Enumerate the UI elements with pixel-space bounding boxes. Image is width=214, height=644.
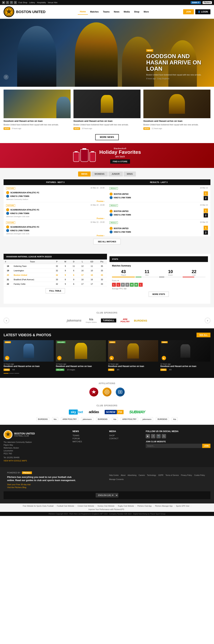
bank-btn[interactable]: BANK IT bbox=[191, 1, 201, 4]
team-boston: Boston United bbox=[12, 273, 53, 278]
footer-nav-news: NEWS TEAMS FORUM MATCHES bbox=[73, 430, 105, 462]
login-button[interactable]: 👤 LOGIN bbox=[195, 9, 211, 14]
footer-join-button[interactable]: JOIN bbox=[202, 444, 211, 448]
video-card-4[interactable]: VIDEO ▶ 12 hours ago Goodson and Hasani … bbox=[160, 340, 211, 371]
footer-cookie-link[interactable]: Cookie Policy bbox=[194, 474, 205, 476]
join-button[interactable]: JOIN bbox=[183, 9, 194, 14]
tab-mens[interactable]: MENS bbox=[78, 172, 91, 176]
video-category-4: VIDEO bbox=[160, 368, 167, 371]
pitchero-blog-link[interactable]: Visit the Pitchero Blog bbox=[7, 486, 105, 488]
bottom-link-9[interactable]: Improve Your Performance with PitcheroGP… bbox=[89, 508, 125, 510]
share-icon[interactable]: ⤴ bbox=[3, 74, 8, 80]
more-stats-button[interactable]: MORE STATS bbox=[149, 292, 169, 297]
result-teams-1: BOSTON UNITED KING'S LYNN TOWN bbox=[109, 192, 202, 200]
video-card-2[interactable]: GALLERY ⊞ 12 hours ago Goodson and Hasan… bbox=[56, 340, 106, 371]
play-btn-1[interactable]: ▶ bbox=[5, 356, 9, 360]
pitchero-trial-link[interactable]: Start your Free 30-day trial bbox=[7, 484, 105, 486]
footer-nav-shop[interactable]: SHOP bbox=[109, 434, 141, 436]
nav-home[interactable]: Home bbox=[78, 9, 88, 15]
footer-join-title: JOIN CLUB WEBSITE bbox=[146, 440, 211, 443]
footer-instagram-icon[interactable]: 📷 bbox=[156, 434, 161, 438]
bottom-link-8[interactable]: Sports GPS Vest bbox=[176, 505, 191, 507]
video-card-3[interactable]: VIDEO ▶ 12 hours ago Goodson and Hasani … bbox=[108, 340, 158, 371]
preview-link-3[interactable]: Preview › bbox=[97, 235, 105, 236]
bottom-link-7[interactable]: Pitchero Manager App bbox=[155, 505, 175, 507]
news-section: Goodson and Hasani arrive on loan Boston… bbox=[0, 87, 214, 143]
footer-facebook-icon[interactable]: f bbox=[151, 434, 155, 438]
fixture-teams-3: SCARBOROUGH ATHLETIC FC KING'S LYNN TOWN bbox=[6, 225, 105, 232]
play-btn-2[interactable]: ⊞ bbox=[57, 356, 62, 360]
more-news-button[interactable]: MORE NEWS bbox=[95, 134, 119, 140]
tab-junior[interactable]: JUNIOR bbox=[108, 172, 123, 176]
skybet-logo: skybet bbox=[69, 410, 83, 414]
bottom-link-1[interactable]: Free Website for Sports Clubs Football bbox=[23, 505, 55, 507]
video-category-2: GALLERY bbox=[56, 368, 64, 371]
bottom-link-5[interactable]: Rugby Club Website bbox=[118, 505, 136, 507]
sponsors-list: jakemans kia Drayton Motors TURNDULL ARM… bbox=[11, 317, 203, 324]
team-row-away-2: KING'S LYNN TOWN bbox=[6, 212, 105, 215]
footer-search-input[interactable] bbox=[146, 444, 202, 448]
venue-hire-link[interactable]: Venue Hire bbox=[48, 2, 57, 4]
stat-drawn-label: Drawn bbox=[159, 274, 182, 276]
preview-link-2[interactable]: Preview › bbox=[97, 218, 105, 220]
bottom-link-2[interactable]: Football Club Website bbox=[57, 505, 76, 507]
footer-nav-teams[interactable]: TEAMS bbox=[73, 434, 105, 436]
footer-address: The Jakemans Community Stadium Pilgrim W… bbox=[3, 441, 68, 455]
footer-advertising-link[interactable]: Advertising bbox=[128, 474, 136, 476]
nav-shop[interactable]: Shop bbox=[132, 9, 142, 14]
score-boxes-1: 1 2 bbox=[204, 191, 208, 200]
carousel-next-button[interactable]: › bbox=[205, 318, 211, 323]
footer-twitter-icon[interactable]: 𝕏 bbox=[162, 434, 166, 438]
news-card-1[interactable]: Goodson and Hasani arrive on loan Boston… bbox=[3, 90, 71, 131]
videos-see-all-button[interactable]: SEE ALL bbox=[197, 333, 211, 337]
bottom-link-6[interactable]: Pitchero Club App bbox=[137, 505, 154, 507]
footer-map-link[interactable]: VIEW WITH GOOGLE MAPS bbox=[3, 460, 68, 462]
see-all-matches-button[interactable]: SEE ALL MATCHES bbox=[93, 239, 121, 244]
nav-media[interactable]: Media bbox=[122, 9, 132, 14]
bottom-link-4[interactable]: Hockey Club Website bbox=[98, 505, 116, 507]
footer-gdpr-link[interactable]: GDPR bbox=[158, 474, 163, 476]
full-table-button[interactable]: FULL TABLE bbox=[45, 288, 65, 294]
video-card-1[interactable]: VIDEO ▶ 12 hours ago Goodson and Hasani … bbox=[3, 340, 54, 371]
footer-technology-link[interactable]: Technology bbox=[147, 474, 156, 476]
tab-womens[interactable]: WOMENS bbox=[91, 172, 107, 176]
youtube-icon[interactable]: ▶ bbox=[2, 1, 5, 4]
tab-minis[interactable]: MINIS bbox=[123, 172, 136, 176]
nav-matches[interactable]: Matches bbox=[88, 9, 101, 14]
find-store-button[interactable]: FIND A STORE bbox=[110, 159, 130, 164]
footer-privacy-link[interactable]: Privacy Policy bbox=[181, 474, 192, 476]
instagram-icon[interactable]: 📷 bbox=[10, 1, 13, 4]
club-shop-link[interactable]: Club Shop bbox=[18, 2, 27, 4]
footer-careers-link[interactable]: Careers bbox=[139, 474, 145, 476]
language-select[interactable]: ENGLISH (UK) ▼ bbox=[96, 493, 118, 497]
hero-meta: 8 hours ago · Craig Singleton bbox=[146, 78, 203, 80]
footer-nav-forum[interactable]: FORUM bbox=[73, 438, 105, 440]
twitter-icon[interactable]: 𝕏 bbox=[14, 1, 17, 4]
nav-teams[interactable]: Teams bbox=[101, 9, 112, 14]
lottery-link[interactable]: Lottery bbox=[29, 2, 35, 4]
footer-nav-matches[interactable]: MATCHES bbox=[73, 440, 105, 443]
footer-nav-contact[interactable]: CONTACT bbox=[109, 438, 141, 440]
footer-consents-link[interactable]: Manage Consents bbox=[109, 478, 123, 480]
news-card-2[interactable]: Goodson and Hasani arrive on loan Boston… bbox=[74, 90, 140, 131]
nav-news[interactable]: News bbox=[112, 9, 121, 14]
play-btn-4[interactable]: ▶ bbox=[162, 356, 166, 360]
facebook-icon[interactable]: f bbox=[6, 1, 9, 4]
carousel-prev-button[interactable]: ‹ bbox=[3, 318, 9, 323]
news-card-3[interactable]: Goodson and Hasani arrive on loan Boston… bbox=[143, 90, 211, 131]
news-card-img-2 bbox=[74, 90, 140, 118]
news-tag-1: NEWS bbox=[3, 127, 10, 130]
play-btn-3[interactable]: ▶ bbox=[109, 356, 114, 360]
preview-link-1[interactable]: Preview › bbox=[97, 200, 105, 202]
hospitality-link[interactable]: Hospitality bbox=[37, 2, 46, 4]
fixture-tag-1: FIXTURE bbox=[6, 187, 15, 190]
bottom-link-3[interactable]: Cricket Club Website bbox=[78, 505, 96, 507]
footer-help-link[interactable]: Help Centre bbox=[109, 474, 118, 476]
footer-terms-link[interactable]: Terms of Service bbox=[166, 474, 179, 476]
footer-club-name: BOSTON UNITED bbox=[14, 432, 35, 435]
footer-about-link[interactable]: About bbox=[121, 474, 125, 476]
footer-youtube-icon[interactable]: ▶ bbox=[146, 434, 150, 438]
nav-more[interactable]: More bbox=[142, 9, 151, 14]
sponsor-logo-burdens: BURDENS bbox=[134, 317, 147, 324]
video-time-4: 12 hours ago bbox=[160, 363, 211, 365]
